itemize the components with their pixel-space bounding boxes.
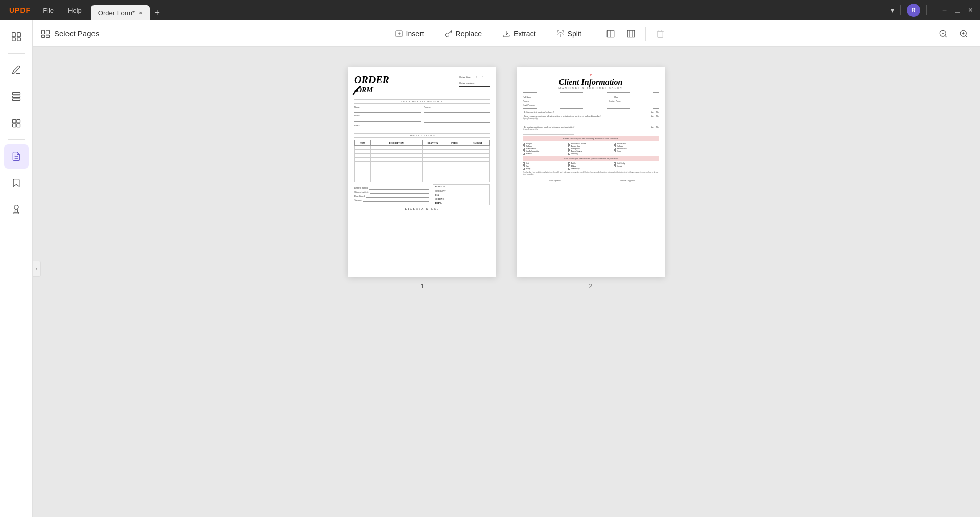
client-signature-label: Client's Signature (523, 180, 586, 182)
svg-rect-26 (627, 30, 635, 37)
content-area: Select Pages Insert Replace Extract Spl (33, 20, 980, 517)
zoom-out-button[interactable] (935, 26, 951, 42)
replace-icon (445, 30, 453, 38)
sidebar-item-organize[interactable] (4, 84, 29, 109)
close-button[interactable]: × (965, 6, 976, 15)
medical-conditions-grid: Allergies Blood Born Disease Athletes Fo… (523, 143, 659, 155)
sidebar-item-grid[interactable] (4, 111, 29, 135)
pages-view: ORDER 𝒻ORM Order date: ___ / ___ / ____ … (33, 47, 980, 517)
nail-section-label: How would you describe the typical condi… (523, 156, 659, 161)
page-container-2: ♥ Client Information MANICURE & PEDICURE… (517, 67, 665, 290)
menu-bar: File Help (36, 0, 89, 20)
split-icon (556, 30, 565, 38)
sidebar-item-edit[interactable] (4, 58, 29, 82)
toolbar-right (935, 26, 972, 42)
tab-close-button[interactable]: × (139, 10, 142, 16)
svg-rect-4 (12, 93, 20, 95)
sidebar-divider-2 (8, 139, 25, 140)
svg-line-30 (945, 35, 946, 37)
separator (900, 5, 901, 15)
zoom-in-button[interactable] (955, 26, 972, 42)
section-title: Select Pages (41, 29, 99, 38)
new-tab-button[interactable]: + (150, 8, 166, 18)
minimize-button[interactable]: − (939, 6, 950, 15)
pages-toolbar-icon (41, 29, 50, 38)
svg-rect-13 (14, 212, 19, 214)
svg-rect-16 (42, 30, 45, 34)
customer-info-label: CUSTOMER INFORMATION (354, 99, 490, 104)
toolbar-center: Insert Replace Extract Split (120, 26, 935, 42)
heart-icon: ♥ (523, 73, 659, 77)
delete-page-button (652, 26, 668, 42)
svg-rect-3 (17, 38, 20, 41)
replace-label: Replace (456, 30, 482, 38)
active-tab[interactable]: Order Form* × (91, 5, 150, 20)
client-subtitle: MANICURE & PEDICURE SALON (523, 87, 659, 89)
tab-label: Order Form* (98, 9, 135, 17)
sidebar: ‹ (0, 20, 33, 517)
svg-rect-17 (46, 30, 50, 34)
client-title: Client Information (523, 77, 659, 87)
question-row-2: • Have you ever experienced allergic rea… (523, 115, 659, 124)
sidebar-item-stamp[interactable] (4, 197, 29, 222)
svg-line-33 (965, 35, 967, 37)
title-bar-right: ▾ R − □ × (891, 4, 976, 17)
user-avatar[interactable]: R (907, 4, 920, 17)
replace-button[interactable]: Replace (436, 27, 490, 41)
insert-icon (395, 30, 403, 38)
sidebar-item-active[interactable] (4, 144, 29, 169)
page-number-2: 2 (589, 282, 592, 290)
insert-label: Insert (406, 30, 424, 38)
sidebar-collapse-button[interactable]: ‹ (33, 261, 41, 277)
svg-rect-18 (42, 35, 45, 38)
svg-rect-0 (12, 33, 15, 37)
svg-rect-5 (12, 96, 20, 97)
order-details-label: ORDER DETAILS (354, 133, 490, 138)
file-menu[interactable]: File (36, 0, 61, 20)
sidebar-divider-1 (8, 53, 25, 54)
svg-rect-9 (12, 124, 16, 127)
disclaimer-text: *I declare that I have read this consult… (523, 171, 659, 175)
maximize-button[interactable]: □ (952, 6, 963, 15)
toolbar-separator-1 (596, 27, 596, 41)
nail-conditions-grid: Soft Brittle Split Easily Hard Flakey No… (523, 162, 659, 170)
svg-rect-1 (17, 33, 20, 37)
insert-button[interactable]: Insert (387, 27, 432, 41)
split-button[interactable]: Split (548, 27, 590, 41)
page-view-2-button[interactable] (623, 26, 639, 42)
app-logo: UPDF (4, 6, 36, 14)
sidebar-item-pages[interactable] (4, 25, 29, 49)
tab-bar: Order Form* × + (91, 0, 891, 20)
sidebar-item-bookmark[interactable] (4, 171, 29, 195)
title-bar: UPDF File Help Order Form* × + ▾ R − □ × (0, 0, 980, 20)
separator2 (926, 5, 927, 15)
page-number-1: 1 (420, 282, 424, 290)
question-row-3: • Do you take part in any hands-on hobbi… (523, 126, 659, 135)
company-name: LICERIA & CO. (354, 207, 490, 210)
medical-section-label: Please check any of the following medica… (523, 136, 659, 141)
app-body: ‹ Select Pages Insert Replace Extr (0, 20, 980, 517)
window-controls: − □ × (939, 6, 976, 15)
extract-icon (502, 30, 510, 38)
extract-label: Extract (514, 30, 536, 38)
svg-rect-2 (12, 38, 15, 41)
toolbar-separator-2 (645, 27, 646, 41)
dotted-separator-1 (523, 92, 659, 93)
svg-rect-19 (46, 35, 50, 38)
svg-rect-6 (12, 99, 20, 100)
svg-rect-10 (16, 124, 20, 127)
attendant-signature-label: Attendant's Signature (596, 180, 659, 182)
toolbar: Select Pages Insert Replace Extract Spl (33, 20, 980, 47)
signature-row: Client's Signature Attendant's Signature (523, 179, 659, 182)
split-label: Split (568, 30, 581, 38)
page-container-1: ORDER 𝒻ORM Order date: ___ / ___ / ____ … (348, 67, 496, 290)
page-thumbnail-2[interactable]: ♥ Client Information MANICURE & PEDICURE… (517, 67, 665, 277)
dropdown-icon[interactable]: ▾ (891, 6, 894, 14)
page-thumbnail-1[interactable]: ORDER 𝒻ORM Order date: ___ / ___ / ____ … (348, 67, 496, 277)
dotted-separator-2 (523, 108, 659, 109)
extract-button[interactable]: Extract (494, 27, 544, 41)
select-pages-label: Select Pages (54, 29, 99, 38)
question-row-1: • Is this your first manicure/pedicure ?… (523, 111, 659, 113)
page-view-1-button[interactable] (602, 26, 619, 42)
help-menu[interactable]: Help (61, 0, 89, 20)
